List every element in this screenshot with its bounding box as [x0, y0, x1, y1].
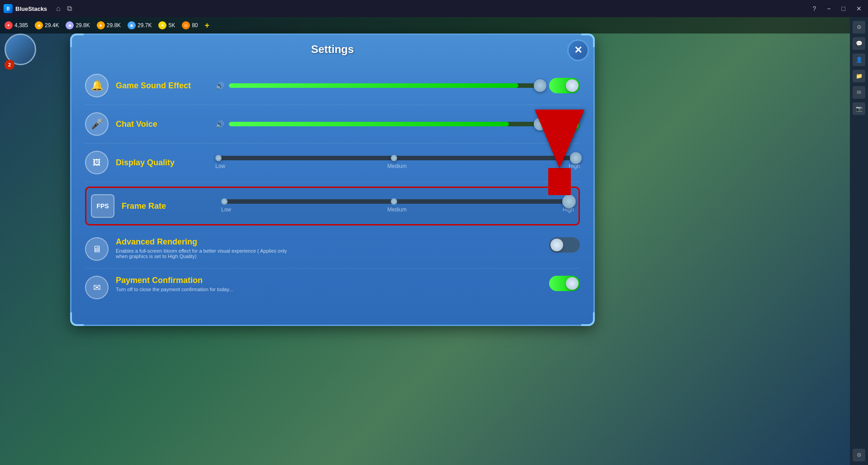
minimize-icon[interactable]: − [824, 4, 833, 13]
sidebar-gear-icon[interactable]: ⚙ [853, 449, 865, 461]
gold1-value: 29.4K [45, 22, 59, 29]
chat-voice-thumb[interactable] [534, 118, 546, 130]
sound-effect-fill [229, 83, 518, 88]
game-resource-bar: ✦ 4,385 ◈ 29.4K ◆ 29.8K ◈ 29.8K ◉ 29.7K … [0, 17, 850, 34]
res4-value: 5K [168, 22, 175, 29]
sound-effect-name: Game Sound Effect [116, 81, 206, 91]
chat-voice-row: 🎤 Chat Voice 🔊 [85, 105, 580, 144]
settings-dialog: Settings ✕ 🔔 Game Sound Effect 🔊 [70, 34, 595, 326]
sidebar-bottom: ⚙ [853, 449, 865, 461]
advanced-rendering-row: 🖥 Advanced Rendering Enables a full-scre… [85, 230, 580, 268]
res2-icon: ◈ [97, 21, 105, 29]
display-medium-label: Medium [387, 163, 407, 169]
advanced-rendering-toggle[interactable] [549, 237, 580, 253]
resource-res2: ◈ 29.8K [97, 21, 121, 29]
gems-icon: ✦ [5, 21, 13, 29]
avatar-level-badge: 2 [5, 60, 14, 70]
res2-value: 29.8K [107, 22, 121, 29]
frame-rate-section: FPS Frame Rate Low Medium [85, 187, 580, 225]
player-avatar: 2 [5, 34, 41, 70]
advanced-rendering-desc: Enables a full-screen bloom effect for a… [116, 248, 297, 259]
sound-effect-label-area: Game Sound Effect [116, 81, 206, 91]
display-high-label: High [569, 163, 580, 169]
sound-volume-icon: 🔊 [215, 81, 224, 90]
chat-voice-fill [229, 122, 509, 126]
resource-res4: ★ 5K [158, 21, 175, 29]
res1-value: 29.8K [76, 22, 90, 29]
sound-effect-thumb[interactable] [534, 79, 546, 92]
frame-rate-labels: Low Medium High [221, 206, 574, 213]
display-low-label: Low [215, 163, 225, 169]
chat-voice-controls: 🔊 [215, 119, 540, 129]
os-nav-buttons: ⌂ ⧉ [56, 5, 72, 13]
sidebar-folder-icon[interactable]: 📁 [853, 70, 865, 82]
right-sidebar: ⚙ 💬 👤 📁 ✉ 📷 ⚙ [850, 17, 868, 465]
settings-header: Settings ✕ [71, 35, 593, 62]
payment-toggle-knob [566, 277, 579, 290]
close-icon[interactable]: ✕ [854, 4, 864, 13]
game-sound-effect-row: 🔔 Game Sound Effect 🔊 [85, 67, 580, 105]
maximize-icon[interactable]: □ [839, 4, 848, 13]
chat-voice-toggle[interactable] [549, 116, 580, 132]
sidebar-mail-icon[interactable]: ✉ [853, 86, 865, 99]
settings-content: 🔔 Game Sound Effect 🔊 🎤 Cha [71, 62, 593, 311]
frame-rate-controls: Low Medium High [221, 199, 574, 213]
frame-rate-name: Frame Rate [122, 201, 212, 211]
display-quality-thumb-mid [391, 155, 397, 161]
app-logo: B BlueStacks [4, 4, 47, 13]
display-quality-label-area: Display Quality [116, 158, 206, 168]
sidebar-camera-icon[interactable]: 📷 [853, 102, 865, 115]
frame-rate-medium-label: Medium [387, 206, 407, 213]
payment-desc: Turn off to close the payment confirmati… [116, 287, 297, 292]
chat-voice-icon: 🎤 [85, 112, 109, 136]
sound-effect-toggle[interactable] [549, 78, 580, 93]
res3-icon: ◉ [128, 21, 136, 29]
sound-effect-controls: 🔊 [215, 80, 540, 91]
gold1-icon: ◈ [35, 21, 43, 29]
display-quality-thumb-low [215, 155, 222, 161]
display-quality-row: 🖼 Display Quality Low Medium High [85, 144, 580, 182]
grid-icon[interactable]: ⧉ [67, 5, 72, 13]
resource-res3: ◉ 29.7K [128, 21, 152, 29]
display-quality-thumb-high[interactable] [570, 152, 582, 164]
frame-rate-thumb-high[interactable] [562, 195, 576, 208]
add-resource-button[interactable]: + [205, 21, 210, 30]
payment-toggle[interactable] [549, 276, 580, 291]
res5-value: 80 [192, 22, 198, 29]
advanced-rendering-name: Advanced Rendering [116, 237, 549, 247]
sound-effect-slider[interactable] [229, 80, 540, 91]
resource-gold1: ◈ 29.4K [35, 21, 59, 29]
sound-effect-track [229, 83, 540, 88]
display-quality-track[interactable] [215, 156, 580, 160]
chat-voice-label-area: Chat Voice [116, 120, 206, 129]
chat-voice-track [229, 122, 540, 126]
help-icon[interactable]: ? [810, 4, 819, 13]
res4-icon: ★ [158, 21, 166, 29]
sidebar-friends-icon[interactable]: 👤 [853, 53, 865, 66]
res5-icon: ◎ [182, 21, 190, 29]
display-quality-slider-wrap: Low Medium High [215, 156, 580, 169]
sound-effect-toggle-knob [566, 79, 579, 92]
window-controls: ? − □ ✕ [810, 4, 864, 13]
advanced-rendering-icon: 🖥 [85, 237, 109, 261]
resource-res1: ◆ 29.8K [66, 21, 90, 29]
settings-close-button[interactable]: ✕ [567, 39, 589, 61]
home-icon[interactable]: ⌂ [56, 5, 61, 13]
resource-res5: ◎ 80 [182, 21, 198, 29]
sound-effect-icon: 🔔 [85, 74, 109, 97]
display-quality-name: Display Quality [116, 158, 206, 168]
advanced-rendering-label-area: Advanced Rendering Enables a full-screen… [116, 237, 549, 259]
sidebar-settings-icon[interactable]: ⚙ [853, 21, 865, 34]
sidebar-chat-icon[interactable]: 💬 [853, 37, 865, 50]
frame-rate-thumb-mid [391, 198, 397, 205]
chat-voice-slider[interactable] [229, 119, 540, 129]
frame-rate-label-area: Frame Rate [122, 201, 212, 211]
payment-confirmation-row: ✉ Payment Confirmation Turn off to close… [85, 268, 580, 307]
chat-voice-toggle-knob [566, 118, 579, 130]
frame-rate-track[interactable] [221, 199, 574, 204]
frame-rate-thumb-low [221, 198, 228, 205]
payment-label-area: Payment Confirmation Turn off to close t… [116, 276, 549, 292]
app-top-bar: B BlueStacks ⌂ ⧉ ? − □ ✕ [0, 0, 868, 17]
res1-icon: ◆ [66, 21, 74, 29]
payment-icon: ✉ [85, 276, 109, 299]
